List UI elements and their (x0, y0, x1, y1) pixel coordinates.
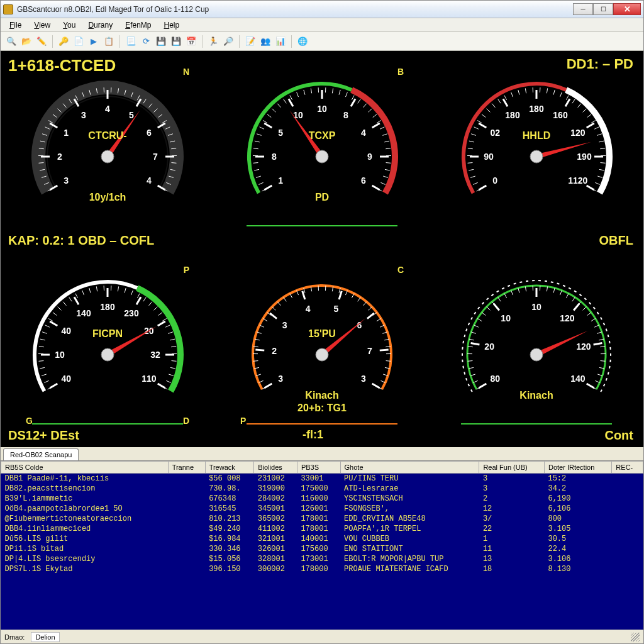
svg-line-118 (383, 175, 388, 177)
page-icon[interactable]: 📃 (124, 35, 138, 48)
menu-durany[interactable]: Durany (82, 19, 119, 31)
gauge-2: 18510108496TCXPPDB (215, 51, 430, 249)
col-header[interactable]: PB3S (297, 462, 340, 474)
svg-line-212 (39, 346, 44, 347)
svg-text:2: 2 (57, 152, 62, 162)
table-cell: 12 (479, 504, 545, 514)
users-icon[interactable]: 👥 (258, 35, 272, 48)
disk2-icon[interactable]: 💾 (169, 35, 183, 48)
table-row[interactable]: OöB4.paampotclabrordee1 5O31654534500112… (1, 504, 643, 514)
maximize-button[interactable]: ☐ (593, 3, 613, 15)
wand-icon[interactable]: ✏️ (35, 35, 48, 48)
run-icon[interactable]: 🏃 (206, 35, 220, 48)
table-row[interactable]: DB82.peacsttisencion730.98.319000175000A… (1, 484, 643, 494)
svg-line-94 (277, 103, 280, 107)
svg-point-372 (530, 348, 543, 361)
table-cell: 810.213 (205, 514, 254, 524)
svg-text:20+b: TG1: 20+b: TG1 (297, 402, 347, 413)
col-header[interactable]: Ghote (340, 462, 479, 474)
col-header[interactable]: Doter IRtection (544, 462, 611, 474)
svg-text:02: 02 (490, 128, 500, 138)
col-header[interactable]: Biolides (254, 462, 297, 474)
svg-line-181 (599, 169, 604, 170)
globe-icon[interactable]: 🌐 (296, 35, 309, 48)
svg-text:1: 1 (64, 128, 69, 138)
disk-icon[interactable]: 💾 (154, 35, 168, 48)
table-cell: DB82.peacsttisencion (1, 484, 169, 494)
table-row[interactable]: DPS7L.1S Ekytad396.150300002178000PROAUE… (1, 564, 643, 574)
col-header[interactable]: RB5S Colde (1, 462, 169, 474)
svg-line-160 (504, 95, 507, 99)
svg-line-217 (53, 312, 57, 315)
svg-line-105 (352, 95, 354, 99)
svg-line-209 (40, 367, 45, 369)
svg-line-231 (143, 297, 146, 301)
menu-you[interactable]: You (57, 19, 82, 31)
svg-line-255 (255, 350, 264, 350)
window-title: GBScantcuor n8.OB2l, Edl Maged Tor of Oa… (17, 5, 573, 14)
svg-line-171 (577, 103, 580, 107)
table-row[interactable]: DPi1.1S bitad330.346326001175600ENO STAI… (1, 544, 643, 554)
chart-icon[interactable]: 📊 (274, 35, 287, 48)
table-row[interactable]: DP|4.LIS bsesrcendiy$15.056328001173001E… (1, 554, 643, 564)
refresh-icon[interactable]: ⟳ (139, 35, 153, 48)
table-cell (168, 524, 205, 534)
save-icon[interactable]: 📋 (102, 35, 116, 48)
table-row[interactable]: @Fiubenmertictoneatoraeccion810.21336500… (1, 514, 643, 524)
svg-line-69 (289, 99, 293, 106)
table-row[interactable]: Dû56.LIS gilit$16.984321001140001VOU CUB… (1, 534, 643, 544)
svg-line-168 (560, 92, 562, 96)
svg-line-92 (267, 114, 271, 117)
key-icon[interactable]: 🔑 (57, 35, 70, 48)
svg-line-200 (158, 321, 165, 326)
svg-line-91 (263, 120, 267, 123)
svg-line-361 (594, 325, 599, 326)
search-icon[interactable]: 🔍 (4, 35, 18, 48)
svg-line-347 (511, 290, 513, 294)
menu-help[interactable]: Help (158, 19, 186, 31)
table-cell: 178001 (297, 514, 340, 524)
table-row[interactable]: B39'L.iammmetic676348284002116000YSCINST… (1, 494, 643, 504)
table-row[interactable]: DBB1 Paade#-1i, kbeciis$56 0082310023300… (1, 474, 643, 484)
zoom-icon[interactable]: 🔎 (221, 35, 235, 48)
menu-efenmp[interactable]: EfenMp (119, 19, 157, 31)
col-header[interactable]: REC- (612, 462, 643, 474)
tab-scan[interactable]: Red-OB02 Scanapu (3, 448, 79, 460)
svg-line-362 (597, 331, 602, 333)
calendar-icon[interactable]: 📅 (184, 35, 198, 48)
svg-text:10: 10 (55, 350, 65, 360)
svg-text:80: 80 (490, 374, 500, 384)
svg-line-219 (64, 301, 67, 305)
svg-line-103 (339, 89, 340, 94)
svg-text:110: 110 (142, 374, 157, 384)
menu-view[interactable]: View (28, 19, 57, 31)
play-icon[interactable]: ▶ (87, 35, 101, 48)
copy-icon[interactable]: 📄 (72, 35, 86, 48)
svg-text:8: 8 (272, 152, 277, 162)
table-cell: 175600 (297, 544, 340, 554)
folder-open-icon[interactable]: 📂 (19, 35, 33, 48)
table-row[interactable]: DBB4.1inliammeciced$49.240411002178001PO… (1, 524, 643, 534)
col-header[interactable]: Tranne (168, 462, 205, 474)
svg-line-148 (469, 169, 474, 170)
table-cell: 800 (544, 514, 611, 524)
titlebar: GBScantcuor n8.OB2l, Edl Maged Tor of Oa… (1, 1, 643, 18)
resize-grip-icon[interactable] (631, 633, 640, 641)
col-header[interactable]: Trewack (205, 462, 254, 474)
table-cell (168, 494, 205, 504)
menu-file[interactable]: File (3, 19, 28, 31)
doc-icon[interactable]: 📝 (243, 35, 257, 48)
table-cell (168, 484, 205, 494)
svg-line-109 (373, 114, 377, 117)
svg-line-224 (97, 286, 97, 291)
table-cell (168, 564, 205, 574)
minimize-button[interactable]: ─ (573, 3, 593, 15)
svg-line-339 (471, 331, 476, 333)
gauge-6: 80201010120120140Kinach (429, 249, 643, 447)
table-cell: PROAUE MIATERTANE ICAFD (340, 564, 479, 574)
col-header[interactable]: Real Fun (UB) (479, 462, 545, 474)
close-button[interactable]: ✕ (613, 3, 641, 15)
svg-line-116 (386, 162, 391, 163)
svg-line-137 (565, 99, 570, 106)
table-cell: 3.105 (544, 524, 611, 534)
